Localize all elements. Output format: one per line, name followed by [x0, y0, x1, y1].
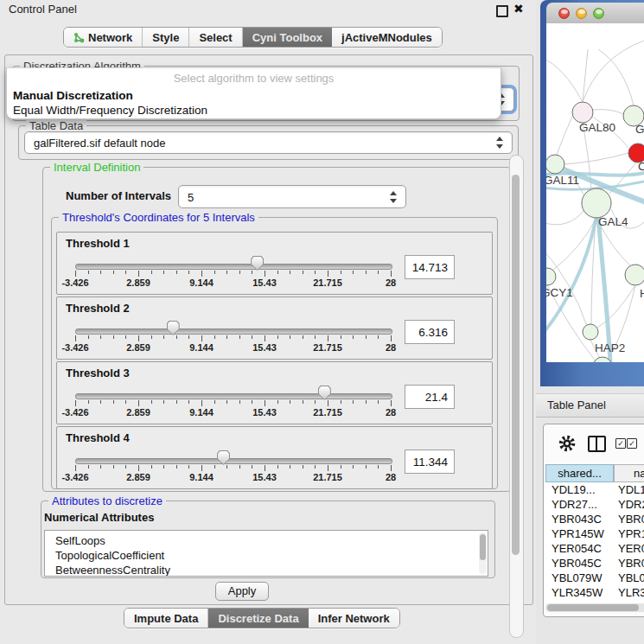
tick-mark [265, 465, 265, 471]
attribute-item-topologicalcoefficient[interactable]: TopologicalCoefficient [45, 548, 488, 563]
gal11-node[interactable] [546, 155, 564, 174]
attributes-scrollbar[interactable] [479, 532, 487, 574]
table-row[interactable]: YBL079WYBL079W [545, 571, 644, 585]
tick-mark [125, 335, 126, 339]
slider-track[interactable] [75, 328, 392, 335]
tab-label: Infer Network [318, 612, 390, 625]
slider-track[interactable] [75, 264, 392, 270]
slider-track[interactable] [75, 393, 392, 399]
gal4-node[interactable] [582, 188, 611, 218]
table-panel-title: Table Panel [547, 399, 606, 411]
zoom-button[interactable] [593, 8, 604, 19]
cell-shared-name[interactable]: YER054C [545, 541, 614, 556]
cell-name[interactable]: YER054C [614, 541, 644, 556]
tick-mark [391, 465, 392, 471]
tick-mark [163, 335, 164, 339]
float-window-icon[interactable] [496, 5, 508, 17]
table-header-row: shared... name [545, 464, 644, 482]
table-row[interactable]: YDL19...YDL19 [545, 482, 644, 497]
numerical-attributes-list[interactable]: SelfLoopsTopologicalCoefficientBetweenne… [44, 530, 488, 577]
column-header-shared-name[interactable]: shared... [545, 464, 614, 482]
tab-jactivemnodules[interactable]: jActiveMNodules [332, 28, 442, 47]
hap2-node[interactable] [583, 324, 598, 340]
cell-name[interactable]: YPR145W [614, 526, 644, 541]
settings-gear-icon[interactable] [558, 434, 577, 453]
tick-mark [239, 465, 240, 469]
table-horizontal-scrollbar[interactable] [545, 603, 644, 612]
attribute-item-selfloops[interactable]: SelfLoops [45, 533, 488, 548]
cell-name[interactable]: YBR045C [614, 556, 644, 571]
cell-name[interactable]: YBR043C [614, 512, 644, 526]
tab-label: Impute Data [134, 612, 198, 625]
apply-button[interactable]: Apply [215, 582, 269, 601]
threshold-value-field[interactable]: 6.316 [405, 320, 455, 344]
tab-style[interactable]: Style [143, 28, 189, 47]
table-row[interactable]: YER054CYER054C [545, 541, 644, 556]
table-row[interactable]: YDR27...YDR27 [545, 497, 644, 512]
cell-shared-name[interactable]: YPR145W [545, 526, 614, 541]
tick-mark [214, 271, 215, 274]
checkbox-icon[interactable]: ✓ [627, 438, 637, 449]
tab-infer-network[interactable]: Infer Network [309, 609, 399, 628]
tick-mark [201, 400, 202, 406]
tab-discretize-data[interactable]: Discretize Data [208, 609, 308, 628]
cell-name[interactable]: YDR27 [614, 497, 644, 512]
gcy1-node[interactable] [546, 268, 556, 285]
tick-mark [277, 335, 278, 339]
close-icon[interactable]: ✖ [513, 2, 524, 16]
table-hscrollbar-thumb[interactable] [547, 604, 639, 611]
column-header-name[interactable]: name [614, 464, 644, 482]
network-edge [583, 49, 588, 102]
table-data-combobox[interactable]: galFiltered.sif default node [24, 131, 513, 154]
attribute-item-betweennesscentrality[interactable]: BetweennessCentrality [45, 563, 488, 577]
network-canvas[interactable]: GAL80GACGAL11GAL4GCY1HHAP2 [546, 23, 644, 362]
table-row[interactable]: YBR045CYBR045C [545, 556, 644, 571]
number-of-intervals-spinner[interactable]: 5 [178, 185, 406, 208]
tab-select[interactable]: Select [189, 28, 242, 47]
h-node[interactable] [625, 265, 644, 285]
tick-mark [214, 335, 215, 339]
close-button[interactable] [558, 8, 570, 19]
tab-cyni-toolbox[interactable]: Cyni Toolbox [243, 28, 332, 47]
threshold-value-field[interactable]: 21.4 [405, 385, 455, 409]
cell-shared-name[interactable]: YBR045C [545, 556, 614, 571]
cell-shared-name[interactable]: YBL079W [545, 571, 614, 585]
network-edge [598, 49, 634, 105]
tab-impute-data[interactable]: Impute Data [124, 609, 208, 628]
tick-mark [138, 400, 139, 406]
cell-name[interactable]: YLR345W [614, 585, 644, 600]
gal80-node[interactable] [572, 102, 593, 123]
cell-name[interactable]: YDL19 [614, 482, 644, 497]
popup-item-manual-discretization[interactable]: Manual Discretization [13, 89, 133, 102]
node-label-ga: GA [635, 123, 644, 136]
column-layout-icon[interactable] [588, 436, 606, 452]
cell-shared-name[interactable]: YLR345W [545, 585, 614, 600]
threshold-panel-3: Threshold 3-3.4262.8599.14415.4321.71528… [56, 361, 493, 424]
checkbox-icon[interactable]: ✓ [615, 438, 626, 449]
tick-label: 2.859 [126, 342, 150, 353]
threshold-value-field[interactable]: 11.344 [405, 450, 455, 474]
tick-mark [366, 335, 367, 339]
slider-track[interactable] [75, 458, 392, 464]
threshold-label: Threshold 2 [66, 302, 130, 315]
tick-mark [378, 400, 379, 404]
cell-name[interactable]: YBL079W [614, 571, 644, 585]
table-row[interactable]: YLR345WYLR345W [545, 585, 644, 600]
tick-mark [353, 400, 354, 404]
panel-scrollbar-thumb[interactable] [512, 175, 520, 555]
tab-label: Discretize Data [218, 612, 298, 625]
cell-shared-name[interactable]: YDL19... [545, 482, 614, 497]
attributes-scrollbar-thumb[interactable] [480, 534, 486, 560]
cell-shared-name[interactable]: YDR27... [545, 497, 614, 512]
minimize-button[interactable] [576, 8, 587, 19]
threshold-value-field[interactable]: 14.713 [405, 255, 455, 279]
tab-network[interactable]: Network [64, 28, 143, 47]
tick-mark [113, 335, 114, 339]
popup-item-equal-width-frequency-discretization[interactable]: Equal Width/Frequency Discretization [13, 104, 207, 117]
table-row[interactable]: YBR043CYBR043C [545, 512, 644, 526]
slider-ticks [75, 400, 391, 407]
table-row[interactable]: YPR145WYPR145W [545, 526, 644, 541]
cell-shared-name[interactable]: YBR043C [545, 512, 614, 526]
table-data-group: Table Data galFiltered.sif default node [18, 125, 519, 160]
panel-scrollbar[interactable] [509, 155, 524, 638]
